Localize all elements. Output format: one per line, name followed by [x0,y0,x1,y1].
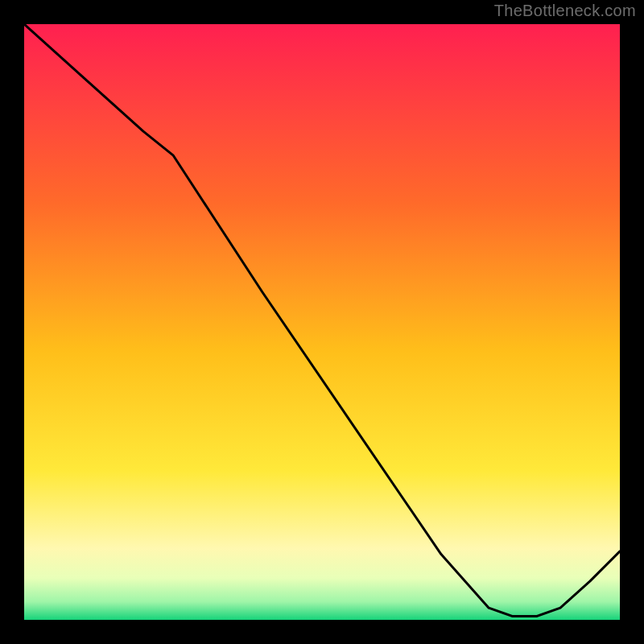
watermark-text: TheBottleneck.com [494,2,636,20]
plot-area [24,24,620,620]
svg-rect-0 [24,24,620,620]
chart-stage: TheBottleneck.com [0,0,644,644]
gradient-background [24,24,620,620]
